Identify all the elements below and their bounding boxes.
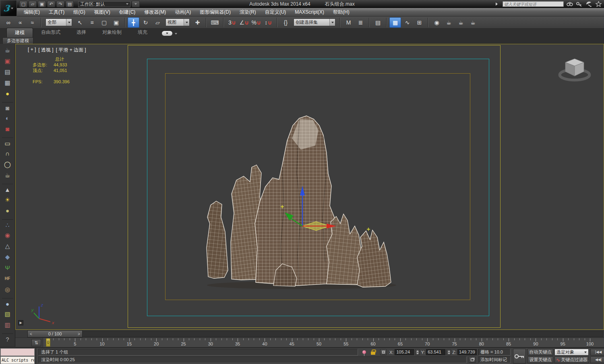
window-crossing-button[interactable]: ▣	[110, 17, 122, 28]
save-file-icon[interactable]: ▣	[38, 1, 46, 7]
auto-key-button[interactable]: 自动关键点	[527, 349, 553, 356]
previous-key-button[interactable]: ◀◀|	[590, 356, 604, 363]
render-teapot-icon[interactable]: ☕	[2, 45, 13, 55]
select-and-rotate-button[interactable]: ↻	[140, 17, 151, 28]
menu-item-6[interactable]: 动画(A)	[170, 8, 195, 16]
workspace-dropdown[interactable]: 工作区: 默认	[78, 1, 130, 7]
menu-item-4[interactable]: 创建(C)	[115, 8, 140, 16]
spiral-icon[interactable]: ◎	[2, 284, 13, 294]
listener-script-row[interactable]: ALC scripts rer	[0, 356, 35, 364]
sphere-object-icon[interactable]: ●	[2, 298, 13, 308]
percent-snap-button[interactable]: %∪	[250, 17, 262, 28]
open-file-icon[interactable]: ▱	[29, 1, 37, 7]
sun-light-icon[interactable]: ☀	[2, 195, 13, 205]
select-and-link-button[interactable]: ∞	[2, 17, 14, 28]
favorites-star-icon[interactable]	[595, 1, 602, 7]
render-preview-icon[interactable]: ▣	[2, 56, 13, 66]
time-slider[interactable]: < 0 / 100 >	[27, 330, 83, 337]
set-keys-button[interactable]	[513, 349, 526, 364]
menu-item-8[interactable]: 渲染(R)	[235, 8, 261, 16]
camera-rig-icon[interactable]: △	[2, 241, 13, 251]
isolate-selection-toggle[interactable]	[362, 350, 366, 354]
search-input[interactable]	[503, 1, 564, 7]
toolbar-flyout-button[interactable]	[132, 1, 140, 7]
curve-editor-button[interactable]: ∿	[401, 17, 413, 28]
viewport-shading-menu[interactable]: [ 平滑 + 边面 ]	[56, 47, 86, 53]
spinner-snap-button[interactable]: ↕∪	[263, 17, 274, 28]
ribbon-tab-4[interactable]: 填充	[130, 28, 155, 37]
hair-fur-icon[interactable]: HF	[2, 274, 13, 284]
keyboard-shortcut-override-button[interactable]: ⌨	[209, 17, 221, 28]
rock-object-icon[interactable]: ◆	[2, 252, 13, 262]
new-file-icon[interactable]: ▢	[19, 1, 27, 7]
ribbon-minimize-button[interactable]	[162, 31, 172, 36]
rock-group-model[interactable]	[207, 116, 391, 287]
view-cube[interactable]	[556, 52, 593, 84]
open-mini-curve-editor-button[interactable]: ⇅	[31, 339, 41, 346]
schematic-view-button[interactable]: ⊞	[414, 17, 425, 28]
scatter-icon[interactable]: ∴	[2, 219, 13, 229]
tab-polygon-modeling[interactable]: 多边形建模	[2, 37, 33, 44]
script-notes-icon[interactable]: ▧	[2, 309, 13, 319]
angle-snap-button[interactable]: ∠∪	[238, 17, 250, 28]
rectangular-selection-region-button[interactable]: ▢	[98, 17, 110, 28]
select-and-move-button[interactable]: ╋	[128, 17, 139, 28]
ribbon-tab-3[interactable]: 对象绘制	[94, 28, 130, 37]
menu-item-7[interactable]: 图形编辑器(D)	[195, 8, 235, 16]
edit-named-selection-sets-button[interactable]: {}	[280, 17, 292, 28]
menu-item-9[interactable]: 自定义(U)	[261, 8, 291, 16]
grass-icon[interactable]: Ψ	[2, 263, 13, 273]
go-to-start-button[interactable]: |◀◀	[590, 349, 604, 356]
rendered-frame-window-button[interactable]: ☕	[455, 17, 467, 28]
menu-item-0[interactable]: 编辑(E)	[19, 8, 44, 16]
toolbar-expand-arrow-button[interactable]: ▶	[18, 320, 23, 325]
y-spinner[interactable]	[447, 349, 451, 355]
key-mode-dropdown[interactable]: 选定对象	[554, 349, 589, 356]
viewport[interactable]: [ + ][ 透视 ][ 平滑 + 边面 ] 总计 多边形:44,933 顶点:…	[15, 44, 604, 330]
y-coordinate-field[interactable]: 63.541	[426, 349, 445, 355]
select-by-name-button[interactable]: ≡	[86, 17, 98, 28]
ribbon-options-chevron-icon[interactable]	[175, 33, 177, 35]
ribbon-tab-1[interactable]: 自由形式	[33, 28, 68, 37]
layer-manager-button[interactable]: ▤	[372, 17, 384, 28]
listener-macro-row[interactable]	[0, 348, 35, 356]
menu-item-1[interactable]: 工具(T)	[44, 8, 69, 16]
reference-coordinate-dropdown[interactable]: 视图	[165, 19, 190, 26]
menu-item-3[interactable]: 视图(V)	[90, 8, 115, 16]
select-and-scale-button[interactable]: ▱	[152, 17, 163, 28]
key-filters-button[interactable]: ∿ 关键点过滤器...	[554, 356, 589, 363]
add-time-tag-button[interactable]: 添加时间标记	[478, 356, 511, 363]
select-object-button[interactable]: ↖	[74, 17, 86, 28]
next-frame-button[interactable]: >	[76, 332, 82, 336]
communication-center-icon[interactable]	[585, 1, 593, 7]
select-and-manipulate-button[interactable]: ✚	[192, 17, 203, 28]
render-setup-button[interactable]: ☕	[443, 17, 455, 28]
sign-in-key-icon[interactable]	[575, 1, 583, 7]
table-window-icon[interactable]: ▦	[2, 78, 13, 88]
viewport-pov-menu[interactable]: [ 透视 ]	[38, 47, 53, 53]
time-slider-track[interactable]	[42, 331, 603, 337]
clipboard-icon[interactable]: ▥	[2, 320, 13, 330]
menu-item-11[interactable]: 帮助(H)	[329, 8, 354, 16]
mirror-button[interactable]: M	[343, 17, 354, 28]
list-window-icon[interactable]: ▤	[2, 67, 13, 77]
selection-filter-dropdown[interactable]: 全部	[46, 19, 72, 26]
sphere-camera-icon[interactable]: ◐	[2, 113, 13, 123]
menu-item-5[interactable]: 修改器(M)	[140, 8, 170, 16]
project-folder-icon[interactable]: ▤	[66, 1, 74, 7]
redo-icon[interactable]: ↷	[56, 1, 64, 7]
viewport-general-menu[interactable]: [ + ]	[28, 47, 36, 53]
set-key-button[interactable]: 设置关键点	[527, 356, 553, 363]
maxscript-mini-listener[interactable]: ALC scripts rer	[0, 348, 36, 364]
help-icon[interactable]: ?	[2, 333, 13, 343]
search-icon[interactable]	[566, 1, 573, 7]
previous-frame-button[interactable]: <	[28, 332, 34, 336]
x-coordinate-field[interactable]: 105.24	[395, 349, 414, 355]
snaps-toggle-button[interactable]: 3∪	[226, 17, 238, 28]
teapot-wire-icon[interactable]: ☕	[2, 170, 13, 180]
absolute-mode-transform-toggle[interactable]	[380, 349, 387, 355]
menu-item-10[interactable]: MAXScript(X)	[290, 8, 329, 16]
unlink-selection-button[interactable]: ∝	[14, 17, 26, 28]
connect-spheres-icon[interactable]: ◉	[2, 230, 13, 240]
graphite-ribbon-toggle-button[interactable]: ▦	[389, 17, 401, 28]
